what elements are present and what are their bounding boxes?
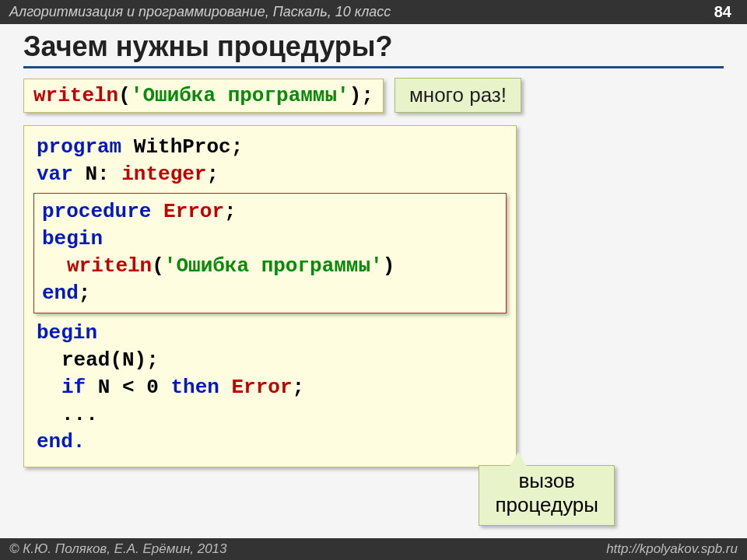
- proc-name: Error: [151, 200, 224, 223]
- semi: ;: [79, 282, 91, 305]
- page-number: 84: [708, 3, 738, 21]
- code-line-var: var N: integer;: [37, 161, 503, 188]
- slide-header: Алгоритмизация и программирование, Паска…: [0, 0, 747, 24]
- ellipsis: ...: [37, 401, 98, 429]
- kw-then: then: [159, 376, 232, 399]
- kw-var: var: [37, 163, 73, 186]
- callout-line2: процедуры: [495, 493, 598, 517]
- main-code-block: program WithProc; var N: integer; proced…: [23, 125, 517, 467]
- top-row: writeln('Ошибка программы'); много раз!: [23, 78, 724, 113]
- zero: 0: [146, 376, 159, 399]
- writeln-snippet: writeln('Ошибка программы');: [23, 79, 384, 113]
- copyright: © К.Ю. Поляков, Е.А. Ерёмин, 2013: [9, 541, 227, 557]
- proc-line-begin: begin: [42, 226, 498, 253]
- main-read: read(N);: [37, 347, 503, 374]
- error-call: Error: [231, 376, 292, 399]
- kw-writeln: writeln: [67, 254, 152, 278]
- kw-program: program: [37, 135, 121, 159]
- code-line-program: program WithProc;: [37, 134, 503, 161]
- footer-url: http://kpolyakov.spb.ru: [606, 541, 738, 557]
- semi: ;: [292, 376, 304, 399]
- paren-close: ): [383, 254, 395, 278]
- main-end: end.: [37, 429, 503, 456]
- string-literal: 'Ошибка программы': [131, 84, 349, 107]
- slide-content: Зачем нужны процедуры? writeln('Ошибка п…: [0, 24, 747, 467]
- string-literal: 'Ошибка программы': [164, 254, 383, 278]
- callout-procedure-call: вызов процедуры: [479, 465, 615, 526]
- main-begin: begin: [37, 320, 503, 347]
- kw-writeln: writeln: [33, 84, 118, 107]
- kw-end: end: [42, 282, 79, 305]
- course-title: Алгоритмизация и программирование, Паска…: [9, 4, 391, 20]
- kw-if: if: [61, 376, 86, 399]
- prog-name: WithProc;: [121, 135, 243, 159]
- callout-line1: вызов: [495, 469, 598, 493]
- kw-begin: begin: [37, 321, 97, 345]
- kw-begin: begin: [42, 227, 103, 250]
- semi: ;: [206, 163, 219, 186]
- cond: N <: [86, 376, 146, 399]
- kw-end: end.: [37, 430, 85, 453]
- slide-footer: © К.Ю. Поляков, Е.А. Ерёмин, 2013 http:/…: [0, 538, 747, 560]
- paren-open: (: [118, 84, 131, 107]
- kw-integer: integer: [121, 163, 206, 186]
- main-dots: ...: [37, 401, 503, 429]
- paren-open: (: [152, 254, 164, 278]
- main-if: if N < 0 then Error;: [37, 374, 503, 401]
- proc-line-writeln: writeln('Ошибка программы'): [42, 253, 498, 280]
- proc-line-header: procedure Error;: [42, 198, 498, 226]
- kw-procedure: procedure: [42, 200, 151, 223]
- var-name: N:: [73, 163, 121, 186]
- proc-line-end: end;: [42, 280, 498, 307]
- slide-title: Зачем нужны процедуры?: [23, 30, 724, 68]
- semi: ;: [224, 200, 237, 223]
- procedure-block: procedure Error; begin writeln('Ошибка п…: [33, 193, 507, 313]
- callout-many-times: много раз!: [395, 78, 521, 113]
- read-call: read(N);: [37, 347, 159, 374]
- paren-close: );: [349, 84, 374, 107]
